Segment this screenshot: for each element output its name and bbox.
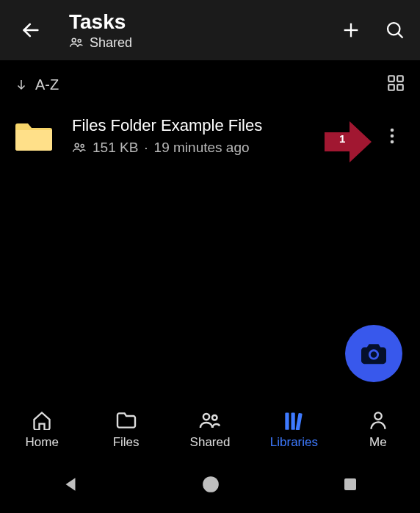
nav-shared-label: Shared <box>190 435 231 450</box>
nav-libraries[interactable]: Libraries <box>252 410 336 450</box>
grid-icon <box>386 73 405 93</box>
shared-icon <box>69 37 84 49</box>
subtitle-row: Shared <box>69 35 339 51</box>
sys-back-button[interactable] <box>61 475 80 497</box>
home-icon <box>32 411 52 430</box>
search-button[interactable] <box>383 18 407 42</box>
person-icon <box>369 411 387 430</box>
svg-rect-8 <box>388 76 394 82</box>
app-bar-actions <box>339 18 407 42</box>
item-body: Files Folder Example Files 151 KB · 19 m… <box>72 116 377 156</box>
title-block: Tasks Shared <box>69 10 339 51</box>
library-icon <box>283 411 304 430</box>
svg-rect-9 <box>397 76 403 82</box>
nav-files[interactable]: Files <box>84 410 167 450</box>
camera-fab[interactable] <box>345 325 402 382</box>
back-button[interactable] <box>13 12 48 48</box>
arrow-left-icon <box>21 20 41 40</box>
folder-outline-icon <box>115 412 137 429</box>
sys-home-button[interactable] <box>201 475 220 497</box>
svg-point-23 <box>374 412 381 419</box>
sort-mode-label: A-Z <box>35 76 59 93</box>
svg-rect-20 <box>286 413 289 430</box>
item-modified: 19 minutes ago <box>154 140 250 156</box>
add-button[interactable] <box>339 18 363 42</box>
app-bar: Tasks Shared <box>0 0 420 60</box>
page-subtitle: Shared <box>90 35 132 51</box>
nav-me[interactable]: Me <box>336 410 420 450</box>
view-toggle-button[interactable] <box>386 73 405 96</box>
camera-icon <box>361 342 386 365</box>
item-meta: 151 KB · 19 minutes ago <box>72 140 377 156</box>
nav-me-label: Me <box>369 435 387 450</box>
svg-rect-10 <box>388 85 394 90</box>
sort-row: A-Z <box>0 60 420 109</box>
svg-point-24 <box>203 476 219 492</box>
svg-point-16 <box>391 140 394 144</box>
svg-point-2 <box>78 40 81 43</box>
svg-rect-25 <box>344 478 356 490</box>
more-vert-icon <box>390 127 394 145</box>
nav-libraries-label: Libraries <box>270 435 318 450</box>
svg-point-19 <box>212 415 217 420</box>
svg-rect-21 <box>292 413 295 430</box>
sort-control[interactable]: A-Z <box>15 76 59 93</box>
file-list: Files Folder Example Files 151 KB · 19 m… <box>0 109 420 163</box>
item-more-button[interactable] <box>377 121 407 151</box>
meta-separator: · <box>144 140 148 156</box>
item-title: Files Folder Example Files <box>72 116 377 135</box>
item-size: 151 KB <box>93 140 138 156</box>
svg-point-13 <box>81 145 84 148</box>
search-icon <box>385 20 405 40</box>
folder-icon <box>13 118 54 154</box>
svg-point-12 <box>75 143 79 147</box>
circle-home-icon <box>201 475 220 494</box>
svg-point-18 <box>203 414 209 420</box>
svg-line-6 <box>398 33 402 37</box>
shared-icon <box>72 142 87 154</box>
svg-point-15 <box>391 134 394 138</box>
svg-point-1 <box>72 38 76 42</box>
nav-shared[interactable]: Shared <box>168 410 252 450</box>
nav-files-label: Files <box>113 435 140 450</box>
people-icon <box>199 412 221 429</box>
arrow-down-icon <box>15 78 28 91</box>
svg-rect-11 <box>397 85 403 90</box>
nav-home[interactable]: Home <box>0 410 84 450</box>
svg-point-5 <box>388 23 399 35</box>
svg-rect-22 <box>296 413 303 430</box>
square-recent-icon <box>341 476 359 493</box>
bottom-nav: Home Files Shared Libraries Me <box>0 401 420 459</box>
page-title: Tasks <box>69 10 339 34</box>
svg-point-14 <box>391 129 394 132</box>
plus-icon <box>341 20 361 40</box>
list-item[interactable]: Files Folder Example Files 151 KB · 19 m… <box>9 109 411 163</box>
system-nav <box>0 459 420 513</box>
nav-home-label: Home <box>26 435 59 450</box>
sys-recent-button[interactable] <box>341 476 359 496</box>
triangle-back-icon <box>61 475 80 494</box>
